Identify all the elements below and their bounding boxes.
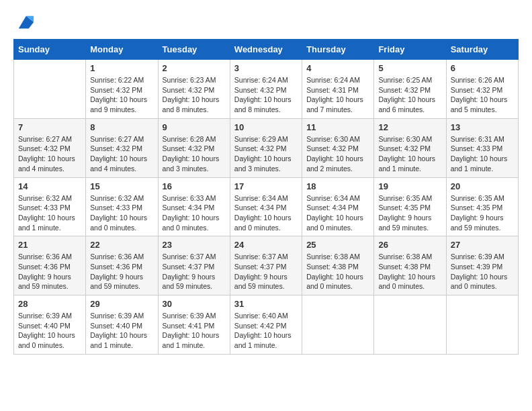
day-number: 18	[306, 181, 369, 191]
day-number: 5	[378, 63, 441, 73]
day-number: 7	[18, 122, 81, 132]
calendar-cell: 6Sunrise: 6:26 AMSunset: 4:32 PMDaylight…	[446, 60, 518, 119]
day-number: 4	[306, 63, 369, 73]
day-number: 27	[451, 240, 514, 250]
calendar-cell	[374, 295, 446, 355]
day-number: 15	[90, 181, 153, 191]
column-header-monday: Monday	[86, 40, 158, 60]
calendar-week-row: 28Sunrise: 6:39 AMSunset: 4:40 PMDayligh…	[14, 295, 519, 355]
column-header-saturday: Saturday	[446, 40, 518, 60]
calendar-cell: 8Sunrise: 6:27 AMSunset: 4:32 PMDaylight…	[86, 118, 158, 177]
calendar-cell: 11Sunrise: 6:30 AMSunset: 4:32 PMDayligh…	[302, 118, 374, 177]
day-number: 9	[163, 122, 226, 132]
day-info: Sunrise: 6:34 AMSunset: 4:34 PMDaylight:…	[234, 193, 298, 233]
day-number: 19	[378, 181, 441, 191]
day-info: Sunrise: 6:25 AMSunset: 4:32 PMDaylight:…	[378, 75, 441, 115]
calendar-cell: 23Sunrise: 6:37 AMSunset: 4:37 PMDayligh…	[158, 236, 230, 295]
day-info: Sunrise: 6:36 AMSunset: 4:36 PMDaylight:…	[18, 252, 81, 291]
calendar-cell	[14, 60, 86, 119]
day-number: 13	[451, 122, 514, 132]
day-info: Sunrise: 6:24 AMSunset: 4:31 PMDaylight:…	[306, 75, 369, 115]
day-number: 10	[234, 122, 298, 132]
column-header-sunday: Sunday	[14, 40, 86, 60]
calendar-week-row: 21Sunrise: 6:36 AMSunset: 4:36 PMDayligh…	[14, 236, 519, 295]
day-number: 23	[163, 240, 226, 250]
day-number: 25	[306, 240, 369, 250]
calendar-week-row: 7Sunrise: 6:27 AMSunset: 4:32 PMDaylight…	[14, 118, 519, 177]
day-info: Sunrise: 6:39 AMSunset: 4:41 PMDaylight:…	[163, 311, 226, 351]
calendar-cell	[446, 295, 518, 355]
day-info: Sunrise: 6:26 AMSunset: 4:32 PMDaylight:…	[451, 75, 514, 115]
day-info: Sunrise: 6:30 AMSunset: 4:32 PMDaylight:…	[306, 134, 369, 174]
day-number: 14	[18, 181, 81, 191]
day-number: 8	[90, 122, 153, 132]
calendar-table: SundayMondayTuesdayWednesdayThursdayFrid…	[13, 39, 519, 355]
day-info: Sunrise: 6:39 AMSunset: 4:40 PMDaylight:…	[90, 311, 153, 351]
day-number: 30	[163, 299, 226, 309]
day-number: 28	[18, 299, 81, 309]
calendar-cell: 25Sunrise: 6:38 AMSunset: 4:38 PMDayligh…	[302, 236, 374, 295]
calendar-cell: 17Sunrise: 6:34 AMSunset: 4:34 PMDayligh…	[230, 177, 302, 236]
calendar-cell: 31Sunrise: 6:40 AMSunset: 4:42 PMDayligh…	[230, 295, 302, 355]
calendar-cell	[302, 295, 374, 355]
column-header-thursday: Thursday	[302, 40, 374, 60]
day-info: Sunrise: 6:32 AMSunset: 4:33 PMDaylight:…	[90, 193, 153, 233]
day-number: 17	[234, 181, 298, 191]
calendar-cell: 27Sunrise: 6:39 AMSunset: 4:39 PMDayligh…	[446, 236, 518, 295]
logo	[13, 13, 35, 32]
calendar-cell: 13Sunrise: 6:31 AMSunset: 4:33 PMDayligh…	[446, 118, 518, 177]
day-info: Sunrise: 6:39 AMSunset: 4:40 PMDaylight:…	[18, 311, 81, 351]
day-info: Sunrise: 6:35 AMSunset: 4:35 PMDaylight:…	[451, 193, 514, 233]
calendar-cell: 26Sunrise: 6:38 AMSunset: 4:38 PMDayligh…	[374, 236, 446, 295]
calendar-cell: 4Sunrise: 6:24 AMSunset: 4:31 PMDaylight…	[302, 60, 374, 119]
day-number: 31	[234, 299, 298, 309]
day-number: 1	[90, 63, 153, 73]
calendar-cell: 9Sunrise: 6:28 AMSunset: 4:32 PMDaylight…	[158, 118, 230, 177]
day-number: 6	[451, 63, 514, 73]
calendar-cell: 3Sunrise: 6:24 AMSunset: 4:32 PMDaylight…	[230, 60, 302, 119]
calendar-cell: 5Sunrise: 6:25 AMSunset: 4:32 PMDaylight…	[374, 60, 446, 119]
day-info: Sunrise: 6:35 AMSunset: 4:35 PMDaylight:…	[378, 193, 441, 233]
calendar-week-row: 14Sunrise: 6:32 AMSunset: 4:33 PMDayligh…	[14, 177, 519, 236]
day-info: Sunrise: 6:39 AMSunset: 4:39 PMDaylight:…	[451, 252, 514, 291]
calendar-cell: 29Sunrise: 6:39 AMSunset: 4:40 PMDayligh…	[86, 295, 158, 355]
day-info: Sunrise: 6:24 AMSunset: 4:32 PMDaylight:…	[234, 75, 298, 115]
calendar-cell: 1Sunrise: 6:22 AMSunset: 4:32 PMDaylight…	[86, 60, 158, 119]
day-number: 26	[378, 240, 441, 250]
day-number: 24	[234, 240, 298, 250]
day-info: Sunrise: 6:32 AMSunset: 4:33 PMDaylight:…	[18, 193, 81, 233]
day-info: Sunrise: 6:30 AMSunset: 4:32 PMDaylight:…	[378, 134, 441, 174]
calendar-cell: 22Sunrise: 6:36 AMSunset: 4:36 PMDayligh…	[86, 236, 158, 295]
calendar-cell: 19Sunrise: 6:35 AMSunset: 4:35 PMDayligh…	[374, 177, 446, 236]
day-info: Sunrise: 6:38 AMSunset: 4:38 PMDaylight:…	[378, 252, 441, 291]
calendar-cell: 30Sunrise: 6:39 AMSunset: 4:41 PMDayligh…	[158, 295, 230, 355]
day-info: Sunrise: 6:28 AMSunset: 4:32 PMDaylight:…	[163, 134, 226, 174]
day-info: Sunrise: 6:29 AMSunset: 4:32 PMDaylight:…	[234, 134, 298, 174]
column-header-wednesday: Wednesday	[230, 40, 302, 60]
day-info: Sunrise: 6:31 AMSunset: 4:33 PMDaylight:…	[451, 134, 514, 174]
calendar-week-row: 1Sunrise: 6:22 AMSunset: 4:32 PMDaylight…	[14, 60, 519, 119]
calendar-cell: 16Sunrise: 6:33 AMSunset: 4:34 PMDayligh…	[158, 177, 230, 236]
calendar-cell: 18Sunrise: 6:34 AMSunset: 4:34 PMDayligh…	[302, 177, 374, 236]
calendar-cell: 20Sunrise: 6:35 AMSunset: 4:35 PMDayligh…	[446, 177, 518, 236]
calendar-cell: 2Sunrise: 6:23 AMSunset: 4:32 PMDaylight…	[158, 60, 230, 119]
day-number: 12	[378, 122, 441, 132]
calendar-cell: 14Sunrise: 6:32 AMSunset: 4:33 PMDayligh…	[14, 177, 86, 236]
calendar-cell: 21Sunrise: 6:36 AMSunset: 4:36 PMDayligh…	[14, 236, 86, 295]
day-info: Sunrise: 6:27 AMSunset: 4:32 PMDaylight:…	[18, 134, 81, 174]
calendar-cell: 12Sunrise: 6:30 AMSunset: 4:32 PMDayligh…	[374, 118, 446, 177]
day-info: Sunrise: 6:34 AMSunset: 4:34 PMDaylight:…	[306, 193, 369, 233]
day-number: 3	[234, 63, 298, 73]
calendar-cell: 7Sunrise: 6:27 AMSunset: 4:32 PMDaylight…	[14, 118, 86, 177]
day-info: Sunrise: 6:36 AMSunset: 4:36 PMDaylight:…	[90, 252, 153, 291]
day-number: 22	[90, 240, 153, 250]
page-header	[13, 13, 519, 32]
column-header-friday: Friday	[374, 40, 446, 60]
calendar-cell: 28Sunrise: 6:39 AMSunset: 4:40 PMDayligh…	[14, 295, 86, 355]
day-info: Sunrise: 6:38 AMSunset: 4:38 PMDaylight:…	[306, 252, 369, 291]
day-info: Sunrise: 6:37 AMSunset: 4:37 PMDaylight:…	[163, 252, 226, 291]
day-number: 16	[163, 181, 226, 191]
calendar-cell: 10Sunrise: 6:29 AMSunset: 4:32 PMDayligh…	[230, 118, 302, 177]
day-number: 21	[18, 240, 81, 250]
calendar-header-row: SundayMondayTuesdayWednesdayThursdayFrid…	[14, 40, 519, 60]
